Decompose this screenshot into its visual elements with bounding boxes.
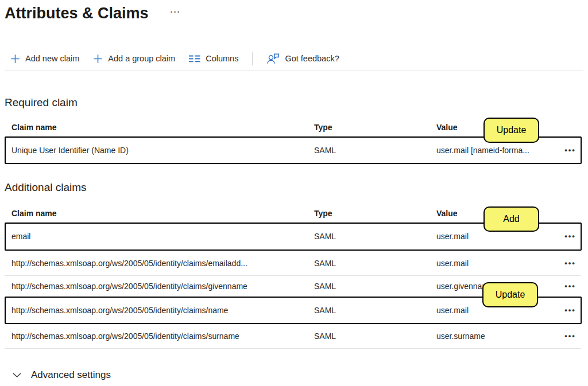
columns-button[interactable]: Columns: [189, 54, 238, 63]
page-title: Attributes & Claims: [5, 3, 149, 23]
claim-name-cell[interactable]: http://schemas.xmlsoap.org/ws/2005/05/id…: [11, 282, 314, 291]
add-new-claim-button[interactable]: Add new claim: [10, 54, 79, 64]
more-icon: •••: [564, 233, 576, 239]
advanced-settings-label: Advanced settings: [31, 369, 111, 381]
claim-name-cell[interactable]: email: [11, 232, 314, 241]
claim-value-cell: user.surname: [436, 332, 559, 341]
claim-type-cell: SAML: [314, 306, 436, 315]
claim-name-cell[interactable]: http://schemas.xmlsoap.org/ws/2005/05/id…: [11, 306, 314, 315]
table-row[interactable]: http://schemas.xmlsoap.org/ws/2005/05/id…: [5, 324, 581, 349]
page-header: Attributes & Claims ···: [5, 3, 181, 23]
claim-value-cell: user.mail [nameid-forma...: [436, 146, 559, 155]
got-feedback-label: Got feedback?: [285, 54, 339, 63]
chevron-down-icon: [13, 369, 21, 381]
plus-icon: [10, 54, 20, 64]
required-claim-heading: Required claim: [5, 96, 78, 109]
more-icon: •••: [564, 283, 576, 289]
columns-label: Columns: [206, 54, 238, 63]
annotation-callout-update-name: Update: [482, 282, 538, 307]
feedback-icon: [266, 53, 280, 64]
claim-name-cell[interactable]: Unique User Identifier (Name ID): [11, 146, 314, 155]
claim-name-cell[interactable]: http://schemas.xmlsoap.org/ws/2005/05/id…: [11, 259, 314, 268]
toolbar: Add new claim Add a group claim Columns …: [10, 50, 339, 67]
row-menu-button[interactable]: •••: [559, 333, 581, 339]
claim-type-cell: SAML: [314, 232, 436, 241]
column-header-claim-name: Claim name: [11, 123, 314, 132]
table-row[interactable]: http://schemas.xmlsoap.org/ws/2005/05/id…: [5, 251, 581, 276]
claim-type-cell: SAML: [314, 282, 436, 291]
more-icon: •••: [564, 307, 576, 313]
claim-value-cell: user.mail: [436, 259, 559, 268]
row-menu-button[interactable]: •••: [559, 260, 581, 266]
claim-type-cell: SAML: [314, 146, 436, 155]
claim-type-cell: SAML: [314, 332, 436, 341]
claim-name-cell[interactable]: http://schemas.xmlsoap.org/ws/2005/05/id…: [11, 332, 314, 341]
callout-label: Update: [496, 290, 525, 300]
column-header-type: Type: [314, 123, 436, 132]
more-icon: •••: [564, 147, 576, 153]
claim-type-cell: SAML: [314, 259, 436, 268]
toolbar-separator: [5, 71, 583, 71]
plus-icon: [93, 54, 103, 64]
claim-value-cell: user.mail: [436, 232, 559, 241]
row-menu-button[interactable]: •••: [559, 307, 581, 313]
column-header-type: Type: [314, 209, 436, 218]
add-group-claim-label: Add a group claim: [108, 54, 175, 63]
title-more-icon[interactable]: ···: [171, 8, 181, 16]
got-feedback-button[interactable]: Got feedback?: [266, 53, 339, 64]
annotation-callout-update-required: Update: [483, 118, 539, 143]
add-group-claim-button[interactable]: Add a group claim: [93, 54, 175, 64]
callout-label: Update: [497, 125, 527, 135]
annotation-callout-add-email: Add: [483, 206, 539, 232]
toolbar-divider: [252, 52, 253, 65]
row-menu-button[interactable]: •••: [559, 283, 581, 289]
row-menu-button[interactable]: •••: [559, 233, 581, 239]
more-icon: •••: [564, 260, 576, 266]
column-header-claim-name: Claim name: [11, 209, 314, 218]
additional-claims-heading: Additional claims: [5, 181, 87, 194]
add-new-claim-label: Add new claim: [25, 54, 79, 63]
advanced-settings-expander[interactable]: Advanced settings: [13, 369, 111, 381]
row-menu-button[interactable]: •••: [559, 147, 581, 153]
columns-icon: [189, 55, 200, 63]
callout-label: Add: [503, 214, 519, 224]
more-icon: •••: [564, 333, 576, 339]
